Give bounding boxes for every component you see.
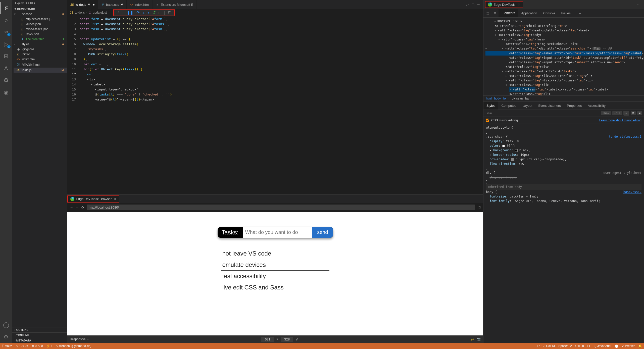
activity-settings-icon[interactable]: ⚙ bbox=[0, 331, 12, 343]
file-tree-item[interactable]: {}.hintrc bbox=[14, 52, 67, 57]
file-tree-item[interactable]: ★The great thin...U bbox=[14, 37, 67, 42]
devtools-tool-tab[interactable]: Console bbox=[540, 9, 558, 17]
recording-icon[interactable]: ⬤ bbox=[615, 344, 618, 348]
style-subtab[interactable]: Properties bbox=[564, 102, 585, 110]
task-item[interactable]: test accessibility bbox=[221, 271, 329, 282]
style-subtab[interactable]: Styles bbox=[483, 102, 498, 110]
breadcrumb-item[interactable]: html bbox=[486, 97, 492, 100]
pause-icon[interactable]: ❚❚ bbox=[127, 10, 133, 15]
page-preview[interactable]: Tasks: send not leave VS codeemulate dev… bbox=[67, 212, 483, 335]
more-icon[interactable]: ⋯ bbox=[635, 3, 642, 7]
more-icon[interactable]: ⋯ bbox=[477, 3, 480, 7]
inspect-icon[interactable]: ⬚ bbox=[168, 10, 172, 15]
devtools-tool-tab[interactable]: Application bbox=[518, 9, 540, 17]
file-tree-item[interactable]: ›styles bbox=[14, 42, 67, 47]
close-icon[interactable]: × bbox=[114, 197, 116, 201]
devtools-open-icon[interactable]: ⬚ bbox=[478, 206, 481, 209]
reload-icon[interactable]: ⟳ bbox=[81, 206, 84, 209]
restart-icon[interactable]: ↺ bbox=[153, 10, 156, 15]
sync-status[interactable]: ⟲ 10↓ 0↑ bbox=[16, 344, 28, 348]
ports-status[interactable]: ⚡ 1 bbox=[46, 344, 53, 348]
hover-toggle[interactable]: :hov bbox=[601, 111, 611, 115]
file-tree-item[interactable]: {}reload-tasks.json bbox=[14, 27, 67, 32]
cls-toggle[interactable]: .cls bbox=[612, 111, 622, 115]
file-tree-item[interactable]: {}tasks.json bbox=[14, 32, 67, 37]
code-editor[interactable]: const form = document.querySelector('#fo… bbox=[79, 16, 483, 194]
breadcrumb-item[interactable]: body bbox=[494, 97, 501, 100]
activity-run-debug-icon[interactable]: ▷1 bbox=[0, 38, 12, 50]
activity-remote-icon[interactable]: ✪ bbox=[0, 74, 12, 86]
eol-status[interactable]: LF bbox=[587, 344, 591, 348]
screenshot-icon[interactable]: 📷 bbox=[477, 337, 481, 341]
mirror-checkbox[interactable] bbox=[486, 119, 489, 122]
style-subtab[interactable]: Computed bbox=[498, 102, 519, 110]
drag-handle-icon[interactable]: ⋮⋮ bbox=[116, 10, 124, 15]
device-toggle-icon[interactable]: ⧉ bbox=[491, 11, 499, 15]
file-tree-item[interactable]: {}http-server-tasks.j... bbox=[14, 17, 67, 22]
project-root[interactable]: ▾ DEMO-TO-DO bbox=[12, 6, 67, 12]
encoding-status[interactable]: UTF-8 bbox=[575, 344, 584, 348]
activity-source-control-icon[interactable]: ⎃4 bbox=[0, 26, 12, 38]
task-input[interactable] bbox=[243, 227, 312, 238]
editor-tab[interactable]: <>index.html bbox=[127, 0, 153, 9]
cursor-position[interactable]: Ln 12, Col 13 bbox=[537, 344, 555, 348]
style-subtab[interactable]: Event Listeners bbox=[535, 102, 564, 110]
responsive-select[interactable]: Responsive ⌄ bbox=[70, 337, 89, 341]
language-status[interactable]: {} JavaScript bbox=[595, 344, 611, 348]
editor-tab[interactable]: JSto-do.jsM● bbox=[67, 0, 98, 9]
file-tree-item[interactable]: ⓘREADME.md bbox=[14, 62, 67, 68]
breadcrumb-item[interactable]: form bbox=[503, 97, 509, 100]
file-tree-item[interactable]: ▾.vscode bbox=[14, 12, 67, 17]
magic-wand-icon[interactable]: ✨ bbox=[471, 337, 474, 341]
file-tree-item[interactable]: ◆.gitignore bbox=[14, 47, 67, 52]
style-subtab[interactable]: Layout bbox=[519, 102, 535, 110]
editor-tab[interactable]: ≡Extension: Microsoft E bbox=[153, 0, 196, 9]
activity-search-icon[interactable]: ⌕ bbox=[0, 14, 12, 26]
task-item[interactable]: not leave VS code bbox=[221, 248, 329, 259]
activity-edge-icon[interactable]: ◉ bbox=[0, 86, 12, 98]
style-subtab[interactable]: Accessibility bbox=[585, 102, 609, 110]
browser-preview-tab[interactable]: Edge DevTools: Browser × bbox=[67, 195, 119, 203]
file-tree-item[interactable]: {}launch.json bbox=[14, 22, 67, 27]
task-item[interactable]: emulate devices bbox=[221, 259, 329, 271]
styles-filter-input[interactable] bbox=[485, 112, 600, 115]
activity-account-icon[interactable]: ◯ bbox=[0, 319, 12, 331]
devtools-tab[interactable]: Edge DevTools × bbox=[485, 1, 523, 8]
more-styles-icon[interactable]: ▣ bbox=[637, 111, 642, 115]
new-rule-icon[interactable]: ＋ bbox=[623, 111, 629, 116]
send-button[interactable]: send bbox=[312, 227, 333, 238]
step-over-icon[interactable]: ↷ bbox=[136, 10, 140, 15]
close-icon[interactable]: × bbox=[518, 3, 520, 7]
add-tool-icon[interactable]: ＋ bbox=[576, 11, 584, 16]
activity-explorer-icon[interactable]: ⎘ bbox=[0, 2, 12, 14]
prettier-status[interactable]: ✓ Prettier bbox=[622, 344, 635, 348]
breadcrumb-item[interactable]: div.searchbar bbox=[512, 97, 530, 100]
sidebar-panel[interactable]: › METADATA bbox=[12, 338, 67, 343]
step-into-icon[interactable]: ↓ bbox=[143, 11, 145, 15]
stop-icon[interactable]: □ bbox=[159, 11, 161, 15]
file-tree-item[interactable]: <>index.html bbox=[14, 57, 67, 62]
file-tree-item[interactable]: JSto-do.jsM bbox=[14, 68, 67, 73]
notifications-icon[interactable]: 🔔 bbox=[638, 344, 642, 348]
inspect-element-icon[interactable]: ⬚ bbox=[483, 11, 491, 15]
branch-status[interactable]: ᚴ main* bbox=[2, 344, 12, 348]
more-icon[interactable]: ⋯ bbox=[477, 197, 483, 201]
step-out-icon[interactable]: ↑ bbox=[147, 11, 150, 15]
compare-icon[interactable]: ⇄ bbox=[466, 3, 469, 7]
rotate-icon[interactable]: ⇄ bbox=[296, 337, 298, 341]
viewport-width[interactable] bbox=[261, 337, 274, 342]
sidebar-panel[interactable]: › TIMELINE bbox=[12, 332, 67, 338]
mirror-learn-link[interactable]: Learn more about mirror editing bbox=[599, 119, 641, 122]
forward-icon[interactable]: → bbox=[76, 206, 79, 209]
back-icon[interactable]: ← bbox=[70, 206, 73, 209]
activity-azure-icon[interactable]: A bbox=[0, 62, 12, 74]
indent-status[interactable]: Spaces: 2 bbox=[558, 344, 572, 348]
viewport-height[interactable] bbox=[281, 337, 293, 342]
url-input[interactable] bbox=[87, 205, 475, 210]
problems-status[interactable]: ⊗ 0 ⚠ 0 bbox=[32, 344, 43, 348]
sidebar-panel[interactable]: › OUTLINE bbox=[12, 327, 67, 332]
devtools-tool-tab[interactable]: Elements bbox=[499, 9, 518, 17]
task-item[interactable]: live edit CSS and Sass bbox=[221, 282, 329, 293]
dom-tree[interactable]: <!DOCTYPE html> <attr">class="tag">html … bbox=[483, 18, 644, 95]
editor-tab[interactable]: #base.cssM bbox=[98, 0, 126, 9]
